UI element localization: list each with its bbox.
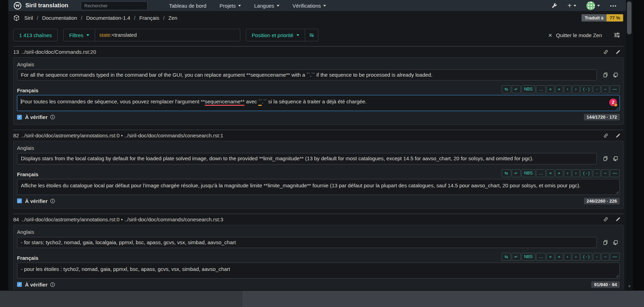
scrollbar-thumb[interactable] bbox=[627, 1, 632, 34]
desktop-area-right bbox=[242, 291, 644, 307]
tools-button[interactable] bbox=[552, 3, 558, 9]
char-ellipsis-button[interactable]: … bbox=[536, 169, 546, 177]
char-single-right-guillemet-button[interactable]: › bbox=[572, 253, 580, 261]
exit-zen-button[interactable]: × Quitter le mode Zen bbox=[548, 32, 602, 39]
breadcrumb-items: Siril/Documentation/Documentation-1.4/Fr… bbox=[24, 15, 177, 21]
sort-dropdown-button[interactable]: Position et priorité bbox=[246, 29, 305, 41]
unit-panel: Anglais Displays stars from the local ca… bbox=[13, 141, 624, 208]
char-en-dash-button[interactable]: – bbox=[601, 169, 609, 177]
unit-id[interactable]: 82 bbox=[13, 133, 19, 138]
units-container: 13 ../siril-doc/doc/Commands.rst:20 bbox=[13, 46, 624, 290]
info-icon[interactable] bbox=[50, 282, 55, 287]
copy-source-button[interactable] bbox=[603, 240, 608, 245]
nav-item-tableau-de-bord[interactable]: Tableau de bord bbox=[169, 3, 207, 9]
char-tab-button[interactable]: ⇆ bbox=[502, 169, 511, 177]
char-left-guillemet-button[interactable]: « bbox=[546, 253, 554, 261]
char-hyphen-button[interactable]: - bbox=[593, 85, 601, 93]
nav-item-projets[interactable]: Projets bbox=[219, 3, 241, 9]
char-em-dash-button[interactable]: — bbox=[610, 85, 620, 93]
char-single-right-guillemet-button[interactable]: › bbox=[572, 169, 580, 177]
char-en-dash-button[interactable]: – bbox=[601, 253, 609, 261]
char-newline-button[interactable]: ↵ bbox=[512, 85, 521, 93]
strings-count-button[interactable]: 1 413 chaînes bbox=[13, 29, 58, 41]
char-parenthesized-hyphen-button[interactable]: ( - ) bbox=[580, 253, 593, 261]
char-em-dash-button[interactable]: — bbox=[610, 169, 620, 177]
resize-handle-icon[interactable] bbox=[615, 106, 619, 110]
char-tab-button[interactable]: ⇆ bbox=[502, 85, 511, 93]
nav-item-langues[interactable]: Langues bbox=[254, 3, 279, 9]
target-editor[interactable]: Pour toutes les commandes de séquence, v… bbox=[17, 95, 620, 111]
breadcrumb-item[interactable]: Documentation-1.4 bbox=[86, 15, 130, 21]
char-newline-button[interactable]: ↵ bbox=[512, 253, 521, 261]
target-editor[interactable]: Affiche les étoiles du catalogue local p… bbox=[17, 179, 620, 195]
copy-to-translation-button[interactable] bbox=[613, 156, 618, 161]
char-non-breaking-space-button[interactable]: NBS bbox=[521, 169, 536, 177]
overflow-menu-button[interactable]: ••• bbox=[610, 3, 617, 8]
sort-direction-button[interactable] bbox=[305, 29, 318, 41]
search-input[interactable] bbox=[81, 1, 148, 10]
zen-settings-button[interactable] bbox=[614, 32, 620, 38]
sort-group: Position et priorité bbox=[246, 29, 318, 41]
char-non-breaking-space-button[interactable]: NBS bbox=[521, 85, 536, 93]
char-newline-button[interactable]: ↵ bbox=[512, 169, 521, 177]
needs-editing-checkbox[interactable]: ✓ bbox=[17, 282, 22, 287]
target-text: Pour toutes les commandes de séquence, v… bbox=[21, 99, 367, 104]
page-scrollbar[interactable] bbox=[626, 0, 633, 290]
char-left-guillemet-button[interactable]: « bbox=[546, 169, 554, 177]
user-menu-button[interactable] bbox=[586, 1, 600, 10]
breadcrumb-row: Siril/Documentation/Documentation-1.4/Fr… bbox=[8, 11, 626, 24]
char-single-left-guillemet-button[interactable]: ‹ bbox=[564, 85, 571, 93]
breadcrumb-item[interactable]: Français bbox=[139, 15, 159, 21]
copy-to-translation-button[interactable] bbox=[613, 72, 618, 78]
char-single-left-guillemet-button[interactable]: ‹ bbox=[564, 253, 571, 261]
source-language-label: Anglais bbox=[17, 145, 620, 151]
unit-id[interactable]: 13 bbox=[13, 49, 19, 55]
filters-dropdown-button[interactable]: Filtres bbox=[63, 29, 95, 41]
breadcrumb-item[interactable]: Siril bbox=[24, 15, 33, 21]
app-logo-link[interactable]: Siril translation bbox=[13, 1, 68, 10]
char-non-breaking-space-button[interactable]: NBS bbox=[521, 253, 536, 261]
breadcrumb-item[interactable]: Zen bbox=[168, 15, 177, 21]
char-hyphen-button[interactable]: - bbox=[593, 253, 601, 261]
query-key: state bbox=[99, 32, 110, 38]
info-icon[interactable] bbox=[50, 114, 55, 120]
char-tab-button[interactable]: ⇆ bbox=[502, 253, 511, 261]
unit-id[interactable]: 84 bbox=[13, 216, 19, 222]
info-icon[interactable] bbox=[50, 198, 55, 204]
scrollbar-down-arrow[interactable] bbox=[628, 285, 631, 288]
edit-in-full-editor-button[interactable] bbox=[615, 133, 621, 138]
needs-editing-checkbox[interactable]: ✓ bbox=[17, 115, 22, 120]
edit-in-full-editor-button[interactable] bbox=[615, 216, 621, 222]
breadcrumb: Siril/Documentation/Documentation-1.4/Fr… bbox=[13, 15, 177, 21]
unit-header-icons bbox=[603, 49, 622, 55]
char-em-dash-button[interactable]: — bbox=[610, 253, 620, 261]
char-right-guillemet-button[interactable]: » bbox=[555, 169, 563, 177]
char-single-left-guillemet-button[interactable]: ‹ bbox=[564, 169, 571, 177]
char-right-guillemet-button[interactable]: » bbox=[555, 253, 563, 261]
resize-handle-icon[interactable] bbox=[615, 274, 619, 278]
char-en-dash-button[interactable]: – bbox=[601, 85, 609, 93]
char-parenthesized-hyphen-button[interactable]: ( - ) bbox=[580, 169, 593, 177]
needs-editing-checkbox[interactable]: ✓ bbox=[17, 198, 22, 203]
copy-source-button[interactable] bbox=[603, 156, 608, 161]
edit-in-full-editor-button[interactable] bbox=[615, 49, 621, 55]
copy-to-translation-button[interactable] bbox=[613, 240, 618, 245]
permalink-button[interactable] bbox=[603, 49, 609, 55]
char-ellipsis-button[interactable]: … bbox=[536, 85, 546, 93]
char-left-guillemet-button[interactable]: « bbox=[546, 85, 554, 93]
target-editor[interactable]: - pour les étoiles : tycho2, nomad, gaia… bbox=[17, 263, 620, 279]
permalink-button[interactable] bbox=[603, 133, 609, 138]
permalink-button[interactable] bbox=[603, 216, 609, 222]
nav-item-v-rifications[interactable]: Vérifications bbox=[293, 3, 326, 9]
copy-source-button[interactable] bbox=[603, 72, 608, 78]
char-ellipsis-button[interactable]: … bbox=[536, 253, 546, 261]
char-right-guillemet-button[interactable]: » bbox=[555, 85, 563, 93]
char-parenthesized-hyphen-button[interactable]: ( - ) bbox=[580, 85, 593, 93]
resize-handle-icon[interactable] bbox=[615, 190, 619, 194]
failing-checks-badge[interactable]: 2 bbox=[609, 99, 617, 106]
char-hyphen-button[interactable]: - bbox=[593, 169, 601, 177]
add-menu-button[interactable]: + bbox=[568, 2, 577, 9]
breadcrumb-item[interactable]: Documentation bbox=[42, 15, 77, 21]
filter-query-input[interactable]: state:<translated bbox=[95, 29, 240, 41]
char-single-right-guillemet-button[interactable]: › bbox=[572, 85, 580, 93]
